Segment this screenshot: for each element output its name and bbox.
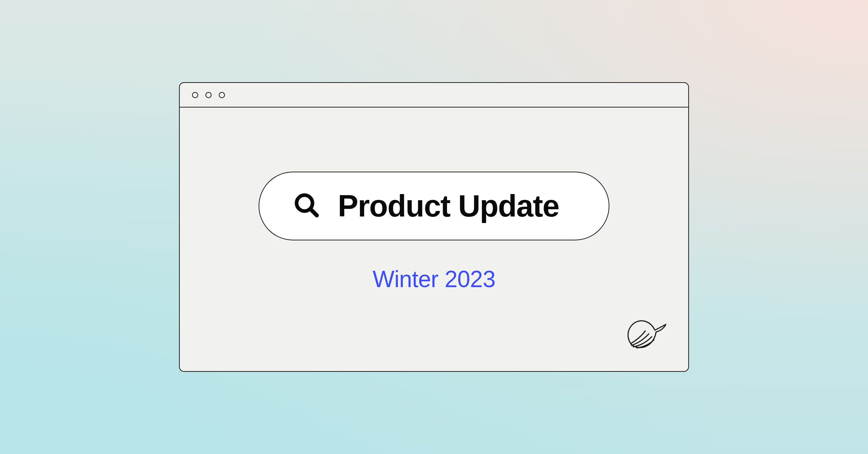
svg-line-1 xyxy=(311,209,317,215)
window-body: Product Update Winter 2023 xyxy=(180,108,688,371)
browser-window: Product Update Winter 2023 xyxy=(179,82,689,372)
search-bar[interactable]: Product Update xyxy=(259,172,609,240)
search-title: Product Update xyxy=(338,188,559,224)
window-control-minimize[interactable] xyxy=(205,92,212,98)
window-control-close[interactable] xyxy=(192,92,198,98)
hummingbird-logo-icon xyxy=(621,309,669,356)
window-title-bar xyxy=(180,83,688,108)
window-control-maximize[interactable] xyxy=(219,92,225,98)
search-icon xyxy=(294,192,320,220)
subtitle: Winter 2023 xyxy=(373,266,495,293)
